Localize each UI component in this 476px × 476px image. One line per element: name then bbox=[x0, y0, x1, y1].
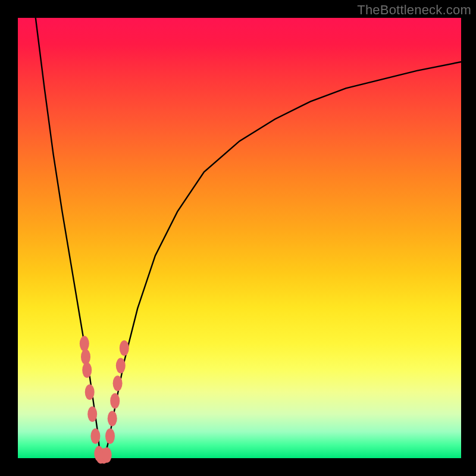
bead-marker bbox=[113, 375, 123, 391]
bead-marker bbox=[116, 358, 126, 374]
bead-marker bbox=[85, 384, 95, 400]
chart-frame: TheBottleneck.com bbox=[0, 0, 476, 476]
bead-marker bbox=[87, 406, 97, 422]
watermark-text: TheBottleneck.com bbox=[357, 2, 471, 18]
bead-marker bbox=[110, 393, 120, 409]
bead-marker bbox=[120, 340, 129, 356]
bead-marker bbox=[82, 362, 92, 378]
bead-marker bbox=[108, 411, 117, 426]
bottleneck-curve bbox=[36, 18, 461, 458]
marker-beads bbox=[80, 336, 129, 464]
bead-marker bbox=[105, 428, 115, 444]
bead-marker bbox=[90, 428, 100, 444]
bead-marker bbox=[80, 336, 89, 352]
curve-layer bbox=[18, 18, 461, 458]
bead-marker bbox=[102, 447, 112, 463]
plot-area bbox=[18, 18, 461, 458]
bead-marker bbox=[81, 349, 90, 365]
